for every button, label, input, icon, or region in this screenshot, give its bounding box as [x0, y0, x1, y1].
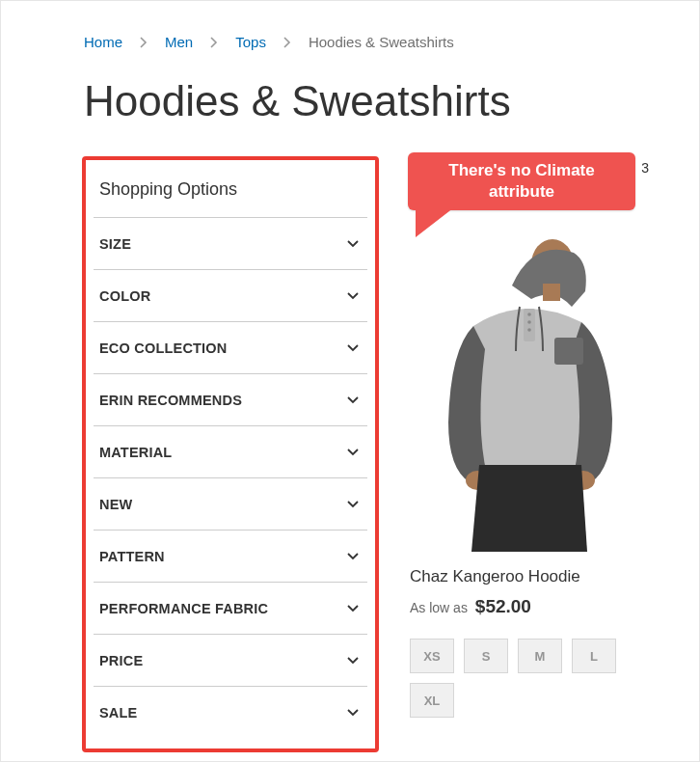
chevron-down-icon — [346, 654, 360, 667]
svg-rect-1 — [543, 284, 560, 301]
filter-material[interactable]: MATERIAL — [94, 426, 367, 478]
price-value: $52.00 — [475, 596, 531, 616]
filter-label: ECO COLLECTION — [99, 340, 228, 356]
swatch-xs[interactable]: XS — [410, 639, 454, 673]
filter-label: SIZE — [99, 236, 131, 252]
filter-eco-collection[interactable]: ECO COLLECTION — [94, 322, 367, 374]
swatch-l[interactable]: L — [572, 639, 616, 673]
breadcrumb-link-tops[interactable]: Tops — [235, 34, 266, 50]
page-title: Hoodies & Sweatshirts — [84, 77, 672, 125]
svg-rect-2 — [554, 338, 583, 365]
filter-color[interactable]: COLOR — [94, 270, 367, 322]
layered-navigation: Shopping Options SIZE COLOR ECO COLLECTI… — [82, 156, 379, 752]
filter-label: SALE — [99, 705, 137, 721]
chevron-down-icon — [346, 498, 360, 511]
filter-size[interactable]: SIZE — [94, 218, 367, 270]
filter-erin-recommends[interactable]: ERIN RECOMMENDS — [94, 374, 367, 426]
chevron-down-icon — [346, 550, 360, 563]
chevron-right-icon — [283, 37, 291, 48]
chevron-down-icon — [346, 706, 360, 720]
product-name[interactable]: Chaz Kangeroo Hoodie — [408, 567, 643, 586]
filter-title: Shopping Options — [94, 166, 367, 217]
callout-text: There's no Climate attribute — [448, 161, 594, 201]
filter-performance-fabric[interactable]: PERFORMANCE FABRIC — [94, 583, 367, 635]
filter-label: PERFORMANCE FABRIC — [99, 601, 268, 616]
toolbar-count-fragment: 3 — [641, 160, 649, 176]
breadcrumb: Home Men Tops Hoodies & Sweatshirts — [28, 20, 672, 58]
price-prefix: As low as — [410, 600, 468, 615]
filter-label: PATTERN — [99, 549, 165, 564]
annotation-callout: There's no Climate attribute — [408, 152, 635, 210]
product-image[interactable] — [408, 233, 643, 552]
product-price: As low as $52.00 — [408, 596, 643, 617]
svg-point-4 — [527, 313, 531, 316]
breadcrumb-link-home[interactable]: Home — [84, 34, 122, 50]
hoodie-illustration-icon — [419, 233, 632, 552]
breadcrumb-current: Hoodies & Sweatshirts — [309, 34, 454, 50]
chevron-down-icon — [346, 237, 360, 251]
filter-label: COLOR — [99, 288, 150, 304]
filter-label: ERIN RECOMMENDS — [99, 393, 242, 408]
chevron-down-icon — [346, 446, 360, 459]
chevron-down-icon — [346, 394, 360, 407]
filter-pattern[interactable]: PATTERN — [94, 531, 367, 583]
chevron-down-icon — [346, 341, 360, 355]
swatch-m[interactable]: M — [518, 639, 562, 673]
svg-point-6 — [527, 328, 531, 332]
filter-sale[interactable]: SALE — [94, 687, 367, 739]
svg-point-5 — [527, 320, 531, 324]
chevron-right-icon — [210, 37, 218, 48]
filter-label: PRICE — [99, 653, 143, 668]
filter-price[interactable]: PRICE — [94, 635, 367, 687]
swatch-s[interactable]: S — [464, 639, 508, 673]
filter-new[interactable]: NEW — [94, 478, 367, 531]
filter-label: NEW — [99, 497, 132, 512]
chevron-down-icon — [346, 289, 360, 303]
breadcrumb-link-men[interactable]: Men — [165, 34, 193, 50]
swatch-xl[interactable]: XL — [410, 683, 454, 718]
size-swatches: XS S M L XL — [408, 639, 643, 718]
chevron-down-icon — [346, 602, 360, 615]
chevron-right-icon — [140, 37, 148, 48]
filter-label: MATERIAL — [99, 445, 172, 460]
